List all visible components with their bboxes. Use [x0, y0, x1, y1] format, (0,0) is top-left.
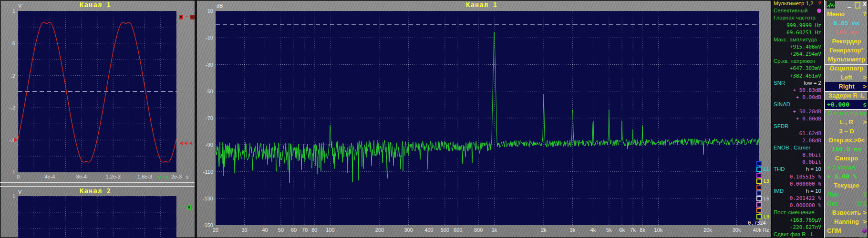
legend-box-L6[interactable] [756, 196, 762, 201]
measurements-panel: Мультиметр 1,2?СелективныйГлавная частот… [771, 0, 824, 238]
maximize-button[interactable] [855, 2, 860, 9]
menu-item-time-secondary[interactable]: 102 ms [825, 28, 868, 37]
scope-ch1-y-tick: .6 [2, 40, 15, 46]
menu-item-l-r[interactable]: L , R> [825, 118, 868, 127]
menu-item-lin-label: Лин [827, 190, 839, 199]
menu-item-multimeter[interactable]: Мультиметр [825, 55, 868, 65]
spectrum-x-tick: 40 [262, 227, 268, 233]
menu-item-delay-rl-label: Задерж R–L [825, 91, 868, 100]
menu-item-window-hanning-right: > [863, 217, 867, 226]
menu-item-partial-next-right: 13 [859, 235, 867, 238]
legend-box-L7[interactable] [756, 202, 762, 208]
spm-indicator-dot [862, 228, 867, 233]
menu-item-l-r-right: > [863, 118, 867, 127]
menu-item-recorder[interactable]: Рекордер [825, 37, 868, 46]
menu-item-right[interactable]: Right> [825, 82, 868, 92]
spectrum-x-tick: 600 [454, 227, 462, 233]
measure-max-amp-2: +264.294mV [773, 50, 822, 58]
ch2-tilde: ~ [182, 204, 185, 209]
menu-item-window-hanning[interactable]: Hanning> [825, 217, 868, 226]
scope-ch1-x-tick: 2e-3 [171, 174, 182, 179]
menu-item-l-r-label: L , R [825, 118, 868, 127]
spectrum-plot[interactable] [216, 11, 759, 225]
menu-column: _ X Меню?8.85 ms102 msРекордерГенератор°… [824, 0, 868, 238]
scope-ch1-y-tick: .2 [2, 73, 15, 79]
menu-item-generator[interactable]: Генератор° [825, 46, 868, 55]
menu-item-delay-rl[interactable]: Задерж R–L [825, 91, 868, 100]
legend-box-L3[interactable] [756, 178, 762, 184]
measure-imd-1: 0.201422 % [773, 195, 822, 202]
legend-box-L0[interactable] [756, 161, 762, 166]
menu-item-menu[interactable]: Меню? [825, 10, 868, 19]
measure-rms-2-value: +382.451mV [790, 72, 821, 79]
legend-box-L4[interactable] [756, 185, 762, 190]
menu-item-interval[interactable]: 100.0 ms [825, 145, 868, 154]
spectrum-y-tick: -70 [197, 115, 213, 121]
scope-ch1-x-unit: s [186, 174, 189, 179]
menu-item-oct[interactable]: Окт1/ 1 [825, 199, 868, 208]
legend-label-L1: L1 [764, 167, 769, 172]
measure-imd-label-label: IMD [774, 188, 784, 195]
menu-item-plus-2-channel[interactable]: + 2 канал [825, 163, 868, 172]
scope-ch1-end-markers [179, 139, 194, 147]
spectrum-y-tick: -30 [197, 62, 213, 68]
menu-item-oct-right: 1/ 1 [856, 199, 867, 208]
spectrum-x-tick: 70 [302, 227, 308, 233]
measure-main-freq-label-label: Главная частота [774, 14, 816, 21]
menu-item-lin[interactable]: Лин1 [825, 190, 868, 199]
spectrum-x-tick: 1k [492, 227, 497, 233]
menu-item-spm[interactable]: СПМ [825, 226, 868, 235]
scope-ch1-panel: Канал 1 V 1.6.2-.2-.6-1 04e-48e-41.2e-31… [0, 0, 196, 184]
legend-box-L8[interactable] [756, 208, 762, 213]
menu-item-sync[interactable]: Синхро [825, 154, 868, 163]
menu-item-delay-value-label: +0.000 [827, 100, 849, 109]
close-button[interactable]: X [863, 0, 867, 8]
menu-item-spectra-label: С п е к т р ы [825, 109, 868, 118]
menu-item-open-input-label: Откр.вх.>0< [825, 136, 868, 145]
measure-phase-shift-label-label: Сдвиг фаз R - L [774, 231, 814, 238]
menu-item-spectra[interactable]: С п е к т р ы [825, 109, 868, 118]
menu-item-weighting[interactable]: Взвесить> [825, 208, 868, 217]
scope-ch2-plot[interactable] [18, 196, 176, 238]
legend-box-L2[interactable] [756, 173, 762, 178]
measure-main-freq-1-value: 999.9999 Hz [786, 22, 821, 29]
scope-ch1-y-unit: V [18, 3, 21, 9]
legend-box-L1[interactable] [756, 167, 762, 172]
menu-item-delay-value[interactable]: +0.000s [825, 100, 868, 110]
menu-item-current[interactable]: Текущее [825, 181, 868, 190]
overload-led-right: 0 [190, 15, 195, 20]
menu-item-plus-2-channel-label: + 2 канал [827, 163, 855, 172]
legend-box-L9[interactable] [756, 214, 762, 219]
scope-ch1-plot[interactable] [18, 11, 176, 172]
menu-item-plus-percent[interactable]: + 0.00 % [825, 172, 868, 181]
menu-item-partial-next[interactable]: 13 [825, 235, 868, 238]
legend-box-L5[interactable] [756, 190, 762, 196]
menu-item-oscilloscope[interactable]: Осциллогр [825, 64, 868, 73]
menu-item-open-input[interactable]: Откр.вх.>0< [825, 136, 868, 145]
measure-sfdr-1-value: 61.62dB [799, 130, 821, 137]
spectrum-x-tick: 400 [424, 227, 433, 233]
measure-sinad-label: SINAD [773, 101, 822, 108]
menu-item-left[interactable]: Left> [825, 73, 868, 83]
menu-item-window-hanning-label: Hanning [825, 217, 868, 226]
minimize-button[interactable]: _ [847, 0, 851, 8]
menu-item-three-d[interactable]: 3 – D [825, 127, 868, 136]
scope-ch1-level-marker[interactable] [14, 138, 18, 142]
menu-item-time-secondary-label: 102 ms [825, 28, 868, 37]
menu-item-multimeter-label: Мультиметр [825, 55, 868, 64]
spectrum-x-tick: 3k [570, 227, 576, 233]
scope-ch1-y-tick: -.6 [2, 137, 15, 143]
measure-enob-label: ENOB . Carrier [773, 144, 822, 151]
menu-item-sync-label: Синхро [825, 154, 868, 163]
measure-rms-label-label: Ср.кв. напряжен [774, 58, 815, 65]
spectrum-panel: Канал 1 dB 10-10-30-50-70-90-110-130-150… [197, 0, 771, 238]
menu-item-three-d-label: 3 – D [825, 127, 868, 136]
measure-enob-label-label: ENOB . Carrier [774, 144, 810, 151]
measure-sfdr-2-value: 2.08dB [802, 137, 821, 144]
menu-item-time-main-label: 8.85 ms [825, 19, 868, 28]
measure-multimeter-header: Мультиметр 1,2? [773, 0, 822, 7]
measure-sfdr-1: 61.62dB [773, 130, 822, 137]
measure-max-amp-1-value: +915.408mV [790, 43, 821, 50]
menu-item-time-main[interactable]: 8.85 ms [825, 19, 868, 28]
overload-tilde: ~ [185, 14, 188, 19]
